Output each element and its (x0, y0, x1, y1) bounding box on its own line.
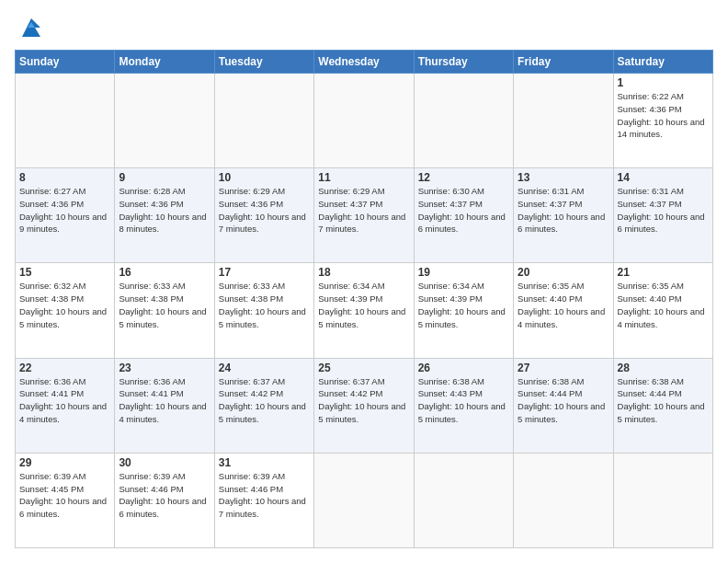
day-number: 21 (618, 266, 709, 279)
sunrise: Sunrise: 6:39 AM (219, 471, 285, 481)
day-info: Sunrise: 6:29 AMSunset: 4:37 PMDaylight:… (318, 185, 409, 236)
calendar-cell (314, 74, 414, 168)
daylight: Daylight: 10 hours and 9 minutes. (19, 212, 107, 235)
day-number: 12 (418, 171, 509, 184)
daylight: Daylight: 10 hours and 6 minutes. (518, 212, 605, 235)
calendar-cell: 24Sunrise: 6:37 AMSunset: 4:42 PMDayligh… (214, 358, 313, 453)
calendar-cell (613, 453, 712, 547)
sunset: Sunset: 4:45 PM (19, 484, 84, 494)
calendar-cell: 18Sunrise: 6:34 AMSunset: 4:39 PMDayligh… (314, 263, 414, 358)
daylight: Daylight: 10 hours and 6 minutes. (418, 212, 506, 235)
sunset: Sunset: 4:37 PM (318, 199, 382, 209)
calendar-cell: 14Sunrise: 6:31 AMSunset: 4:37 PMDayligh… (613, 168, 712, 263)
day-info: Sunrise: 6:30 AMSunset: 4:37 PMDaylight:… (418, 185, 509, 236)
day-info: Sunrise: 6:27 AMSunset: 4:36 PMDaylight:… (19, 185, 110, 236)
day-number: 9 (119, 171, 210, 184)
daylight: Daylight: 10 hours and 5 minutes. (19, 306, 107, 329)
calendar-cell (214, 74, 313, 168)
daylight: Daylight: 10 hours and 5 minutes. (618, 401, 705, 424)
sunset: Sunset: 4:36 PM (119, 199, 183, 209)
sunset: Sunset: 4:40 PM (518, 293, 582, 304)
calendar-cell (414, 74, 513, 168)
sunset: Sunset: 4:41 PM (119, 388, 183, 398)
sunrise: Sunrise: 6:30 AM (418, 186, 484, 196)
sunrise: Sunrise: 6:34 AM (418, 281, 484, 291)
day-number: 11 (318, 171, 409, 184)
weekday-header: Monday (115, 51, 214, 74)
day-number: 25 (318, 362, 409, 374)
calendar-cell: 19Sunrise: 6:34 AMSunset: 4:39 PMDayligh… (414, 263, 513, 358)
daylight: Daylight: 10 hours and 6 minutes. (618, 212, 705, 235)
day-number: 20 (518, 266, 609, 279)
daylight: Daylight: 10 hours and 14 minutes. (618, 117, 705, 140)
calendar-page: SundayMondayTuesdayWednesdayThursdayFrid… (0, 0, 728, 563)
calendar-cell: 22Sunrise: 6:36 AMSunset: 4:41 PMDayligh… (16, 358, 115, 453)
day-info: Sunrise: 6:29 AMSunset: 4:36 PMDaylight:… (219, 185, 310, 236)
calendar-cell: 17Sunrise: 6:33 AMSunset: 4:38 PMDayligh… (214, 263, 313, 358)
day-number: 19 (418, 266, 509, 279)
daylight: Daylight: 10 hours and 5 minutes. (119, 306, 206, 329)
sunset: Sunset: 4:46 PM (219, 484, 283, 494)
day-number: 29 (19, 456, 110, 469)
sunrise: Sunrise: 6:38 AM (618, 376, 684, 386)
weekday-header-row: SundayMondayTuesdayWednesdayThursdayFrid… (16, 51, 713, 74)
sunrise: Sunrise: 6:27 AM (19, 186, 85, 196)
sunrise: Sunrise: 6:31 AM (618, 186, 684, 196)
logo-icon (18, 15, 44, 40)
sunset: Sunset: 4:44 PM (518, 388, 582, 398)
calendar-cell (414, 453, 513, 547)
day-number: 31 (219, 456, 310, 469)
day-info: Sunrise: 6:38 AMSunset: 4:44 PMDaylight:… (518, 375, 609, 426)
weekday-header: Tuesday (214, 51, 313, 74)
sunset: Sunset: 4:37 PM (418, 199, 483, 209)
sunset: Sunset: 4:39 PM (318, 293, 382, 304)
day-number: 14 (618, 171, 709, 184)
day-info: Sunrise: 6:37 AMSunset: 4:42 PMDaylight:… (318, 375, 409, 426)
calendar-cell: 13Sunrise: 6:31 AMSunset: 4:37 PMDayligh… (514, 168, 613, 263)
day-number: 17 (219, 266, 310, 279)
sunset: Sunset: 4:36 PM (618, 104, 682, 114)
day-info: Sunrise: 6:38 AMSunset: 4:43 PMDaylight:… (418, 375, 509, 426)
day-number: 23 (119, 362, 210, 374)
day-info: Sunrise: 6:39 AMSunset: 4:46 PMDaylight:… (219, 470, 310, 521)
calendar-cell (514, 74, 613, 168)
daylight: Daylight: 10 hours and 7 minutes. (318, 212, 405, 235)
daylight: Daylight: 10 hours and 5 minutes. (518, 401, 605, 424)
day-info: Sunrise: 6:35 AMSunset: 4:40 PMDaylight:… (618, 280, 709, 330)
calendar-cell (115, 74, 214, 168)
logo (15, 15, 44, 40)
sunset: Sunset: 4:42 PM (318, 388, 382, 398)
daylight: Daylight: 10 hours and 7 minutes. (219, 212, 306, 235)
weekday-header: Thursday (414, 51, 513, 74)
calendar-cell: 27Sunrise: 6:38 AMSunset: 4:44 PMDayligh… (514, 358, 613, 453)
day-number: 8 (19, 171, 110, 184)
calendar-cell: 11Sunrise: 6:29 AMSunset: 4:37 PMDayligh… (314, 168, 414, 263)
daylight: Daylight: 10 hours and 4 minutes. (119, 401, 206, 424)
calendar-cell: 12Sunrise: 6:30 AMSunset: 4:37 PMDayligh… (414, 168, 513, 263)
sunset: Sunset: 4:40 PM (618, 293, 682, 304)
daylight: Daylight: 10 hours and 7 minutes. (219, 496, 306, 519)
calendar-cell (314, 453, 414, 547)
sunrise: Sunrise: 6:35 AM (518, 281, 584, 291)
sunset: Sunset: 4:42 PM (219, 388, 283, 398)
day-info: Sunrise: 6:36 AMSunset: 4:41 PMDaylight:… (119, 375, 210, 426)
daylight: Daylight: 10 hours and 5 minutes. (318, 306, 405, 329)
calendar-cell (514, 453, 613, 547)
calendar-cell: 28Sunrise: 6:38 AMSunset: 4:44 PMDayligh… (613, 358, 712, 453)
calendar-week-row: 1Sunrise: 6:22 AMSunset: 4:36 PMDaylight… (16, 74, 713, 168)
day-info: Sunrise: 6:33 AMSunset: 4:38 PMDaylight:… (219, 280, 310, 330)
sunset: Sunset: 4:38 PM (219, 293, 283, 304)
day-info: Sunrise: 6:37 AMSunset: 4:42 PMDaylight:… (219, 375, 310, 426)
sunrise: Sunrise: 6:29 AM (318, 186, 384, 196)
daylight: Daylight: 10 hours and 5 minutes. (318, 401, 405, 424)
calendar-cell: 15Sunrise: 6:32 AMSunset: 4:38 PMDayligh… (16, 263, 115, 358)
calendar-week-row: 29Sunrise: 6:39 AMSunset: 4:45 PMDayligh… (16, 453, 713, 547)
calendar-week-row: 15Sunrise: 6:32 AMSunset: 4:38 PMDayligh… (16, 263, 713, 358)
calendar-cell: 9Sunrise: 6:28 AMSunset: 4:36 PMDaylight… (115, 168, 214, 263)
sunrise: Sunrise: 6:38 AM (518, 376, 584, 386)
day-number: 15 (19, 266, 110, 279)
calendar-cell: 23Sunrise: 6:36 AMSunset: 4:41 PMDayligh… (115, 358, 214, 453)
sunset: Sunset: 4:44 PM (618, 388, 682, 398)
calendar-cell: 30Sunrise: 6:39 AMSunset: 4:46 PMDayligh… (115, 453, 214, 547)
sunset: Sunset: 4:38 PM (19, 293, 84, 304)
